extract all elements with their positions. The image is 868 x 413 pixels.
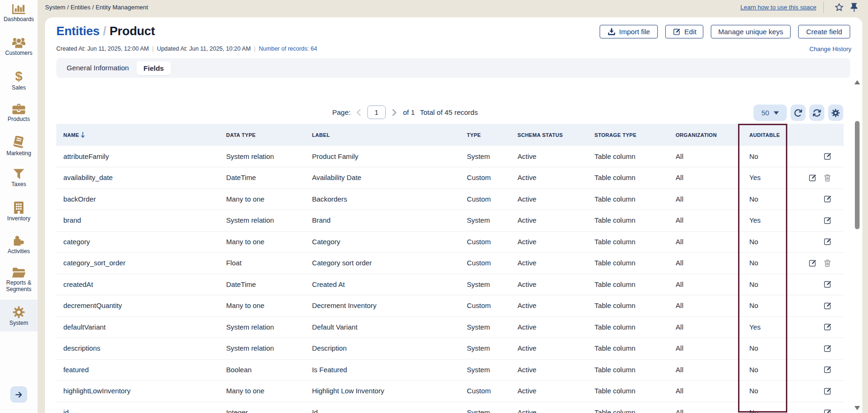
svg-text:$: $	[15, 70, 23, 83]
